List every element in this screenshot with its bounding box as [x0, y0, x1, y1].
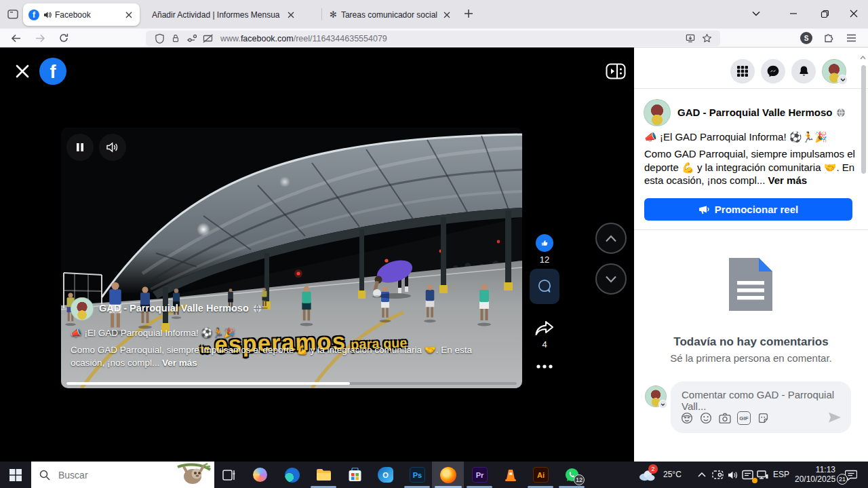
collapse-sidebar-icon[interactable]	[606, 63, 626, 79]
see-more-link[interactable]: Ver más	[768, 174, 808, 186]
notifications-bell-icon[interactable]	[791, 59, 816, 83]
page-avatar[interactable]	[644, 99, 671, 126]
permissions-icon[interactable]	[184, 33, 200, 44]
browser-tabbar: f Facebook Añadir Actividad | Informes M…	[0, 0, 868, 29]
next-reel-button[interactable]	[595, 263, 627, 295]
reload-icon[interactable]	[54, 29, 73, 47]
facebook-logo[interactable]: f	[39, 58, 66, 85]
account-chevron-icon[interactable]	[837, 75, 848, 85]
url-bar[interactable]: www.facebook.com/reel/1164344635554079	[146, 31, 720, 46]
tab-close-icon[interactable]	[123, 10, 134, 20]
sticker-icon[interactable]	[756, 411, 770, 425]
browser-toolbar: www.facebook.com/reel/1164344635554079 S	[0, 29, 868, 48]
send-comment-icon[interactable]	[828, 411, 842, 424]
tab-tareas[interactable]: ✻ Tareas comunicador social GAD	[324, 3, 457, 26]
hidden-icons-chevron-icon[interactable]	[693, 466, 710, 483]
facebook-favicon: f	[28, 10, 39, 20]
whatsapp-icon[interactable]: 12	[564, 466, 580, 483]
reel-video[interactable]: te esperamos para que GAD - Parroquial V…	[61, 128, 522, 388]
new-tab-icon[interactable]	[464, 9, 473, 18]
temperature-label[interactable]: 25°C	[663, 470, 682, 479]
no-comments-subtitle: Sé la primera persona en comentar.	[634, 352, 868, 364]
pause-icon[interactable]	[66, 134, 94, 161]
menu-hamburger-icon[interactable]	[846, 34, 856, 42]
window-minimize-icon[interactable]	[778, 0, 809, 27]
whatsapp-badge: 12	[574, 474, 585, 485]
avatar-sticker-icon[interactable]	[680, 411, 694, 425]
clock[interactable]: 11:13 20/10/2025	[795, 465, 835, 484]
caption-body: Como GAD Parroquial, siempre impulsamos …	[71, 343, 498, 369]
date-label: 20/10/2025	[795, 474, 835, 484]
notification-center-icon[interactable]: 21	[842, 466, 859, 483]
caption-page-name[interactable]: GAD - Parroquial Valle Hermoso	[99, 303, 262, 314]
video-progress-fill	[66, 382, 350, 385]
page-name[interactable]: GAD - Parroquial Valle Hermoso	[677, 107, 846, 118]
language-indicator[interactable]: ESP	[773, 470, 789, 479]
tab-title: Facebook	[55, 10, 91, 20]
previous-reel-button[interactable]	[595, 223, 627, 254]
comment-input[interactable]: Comentar como GAD - Parroquial Vall... G…	[671, 381, 851, 433]
comments-button[interactable]	[530, 269, 559, 304]
volume-icon[interactable]	[99, 134, 126, 161]
outlook-icon[interactable]: O	[377, 466, 394, 483]
window-restore-icon[interactable]	[809, 0, 840, 27]
screenshare-blocked-icon[interactable]	[200, 33, 216, 44]
tab-close-icon[interactable]	[443, 10, 452, 20]
back-icon[interactable]	[6, 29, 25, 47]
tab-informes[interactable]: Añadir Actividad | Informes Mensua	[146, 3, 320, 26]
public-globe-icon	[836, 108, 846, 117]
taskbar-search[interactable]	[31, 462, 214, 488]
premiere-icon[interactable]: Pr	[471, 466, 488, 483]
caption-page-avatar[interactable]	[71, 297, 94, 320]
video-progress-bar[interactable]	[66, 382, 517, 385]
more-options-icon[interactable]	[535, 364, 554, 369]
emoji-smiley-icon[interactable]	[699, 411, 713, 425]
tab-list-chevron-icon[interactable]	[741, 0, 772, 27]
comment-bubble-icon	[536, 278, 553, 295]
tab-favicon-flower-icon: ✻	[330, 10, 337, 20]
scrollbar-thumb[interactable]	[861, 65, 866, 174]
composer-avatar-chevron-icon[interactable]	[658, 400, 667, 409]
lock-icon[interactable]	[167, 33, 184, 44]
file-explorer-icon[interactable]	[315, 466, 332, 483]
illustrator-icon[interactable]: Ai	[532, 466, 549, 483]
caption-see-more[interactable]: Ver más	[162, 358, 197, 368]
weather-icon[interactable]: 2	[638, 466, 655, 483]
sidebar-divider	[634, 88, 868, 89]
save-page-icon[interactable]	[682, 33, 698, 44]
photoshop-icon[interactable]: Ps	[409, 466, 426, 483]
like-reaction-icon[interactable]	[536, 234, 553, 252]
apps-grid-icon[interactable]	[730, 59, 755, 83]
edge-icon[interactable]	[283, 466, 300, 483]
messenger-icon[interactable]	[761, 59, 785, 83]
window-close-icon[interactable]	[838, 0, 868, 27]
tab-close-icon[interactable]	[285, 10, 296, 20]
shield-icon[interactable]	[151, 33, 167, 44]
camera-icon[interactable]	[718, 411, 732, 425]
comment-placeholder: Comentar como GAD - Parroquial Vall...	[682, 389, 851, 412]
tray-network-icon[interactable]	[754, 466, 771, 483]
start-button[interactable]	[7, 466, 24, 483]
post-line1: 📣 ¡El GAD Parroquial Informa! ⚽🏃🎉	[644, 130, 858, 144]
scrollbar-up-icon[interactable]	[860, 56, 866, 60]
close-reel-icon[interactable]	[15, 64, 30, 79]
extension-s-icon[interactable]: S	[800, 32, 812, 44]
page-content: f	[0, 48, 868, 462]
search-input[interactable]	[57, 469, 152, 481]
weather-badge: 2	[648, 464, 658, 474]
vlc-icon[interactable]	[502, 466, 519, 483]
forward-icon[interactable]	[31, 29, 50, 47]
gif-icon[interactable]: GIF	[737, 411, 751, 425]
extensions-puzzle-icon[interactable]	[823, 33, 834, 43]
promote-reel-button[interactable]: Promocionar reel	[644, 198, 852, 221]
share-icon[interactable]	[534, 319, 555, 338]
copilot-icon[interactable]	[252, 466, 269, 483]
bookmark-star-icon[interactable]	[698, 33, 715, 44]
megaphone-icon	[698, 204, 710, 214]
microsoft-store-icon[interactable]	[347, 466, 363, 483]
firefox-icon[interactable]	[439, 466, 456, 483]
task-view-icon[interactable]	[220, 466, 237, 483]
tab-facebook[interactable]: f Facebook	[23, 3, 140, 26]
firefox-view-icon[interactable]	[6, 7, 20, 21]
tab-audio-icon[interactable]	[43, 11, 52, 19]
